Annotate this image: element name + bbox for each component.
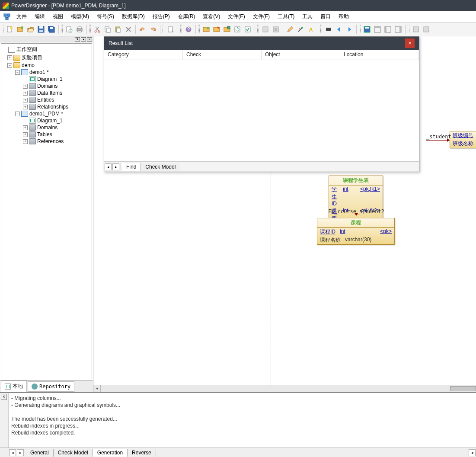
toolbar-grip[interactable] bbox=[198, 25, 200, 34]
toolbar-grip[interactable] bbox=[61, 25, 63, 34]
new-model-icon[interactable] bbox=[16, 25, 25, 34]
left-arrow-icon[interactable] bbox=[334, 25, 344, 34]
save-icon[interactable] bbox=[36, 25, 46, 34]
menu-file2[interactable]: 文件(F) bbox=[224, 12, 248, 21]
collapse-icon[interactable]: − bbox=[7, 63, 12, 68]
nav-first-icon[interactable]: ◂ bbox=[105, 163, 112, 170]
tab-reverse[interactable]: Reverse bbox=[128, 449, 156, 457]
open-icon[interactable] bbox=[26, 25, 35, 34]
collapse-icon[interactable]: − bbox=[15, 70, 20, 75]
layout4-icon[interactable] bbox=[393, 25, 403, 34]
expand-icon[interactable]: + bbox=[23, 84, 28, 89]
tree-item[interactable]: Diagram_1 bbox=[37, 76, 63, 82]
tree-item[interactable]: demo1_PDM * bbox=[29, 111, 63, 117]
col-location[interactable]: Location bbox=[340, 50, 419, 60]
dark-icon[interactable] bbox=[324, 25, 333, 34]
expand-icon[interactable]: + bbox=[23, 91, 28, 96]
menu-view2[interactable]: 查看(V) bbox=[199, 12, 224, 21]
layout3-icon[interactable] bbox=[383, 25, 393, 34]
new-icon[interactable] bbox=[5, 25, 15, 34]
tab-local[interactable]: 本地 bbox=[1, 380, 27, 392]
saveall-icon[interactable] bbox=[47, 25, 56, 34]
nav-first-icon[interactable]: ◂ bbox=[9, 449, 16, 456]
redo-icon[interactable] bbox=[148, 25, 158, 34]
toolbar-grip[interactable] bbox=[359, 25, 361, 34]
menu-tools2[interactable]: 工具 bbox=[299, 12, 316, 21]
magic-icon[interactable] bbox=[296, 25, 305, 34]
tree-item[interactable]: demo bbox=[22, 62, 35, 68]
check-icon[interactable] bbox=[243, 25, 252, 34]
expand-icon[interactable]: + bbox=[23, 98, 28, 102]
tree-item[interactable]: Relationships bbox=[37, 104, 68, 110]
tree-item[interactable]: Domains bbox=[37, 83, 58, 89]
tab-check-model[interactable]: Check Model bbox=[141, 163, 180, 171]
tree-item[interactable]: Tables bbox=[37, 131, 52, 137]
output-text[interactable]: - Migrating columns... - Generating diag… bbox=[9, 393, 476, 447]
menu-view[interactable]: 视图 bbox=[49, 12, 67, 21]
expand-icon[interactable]: + bbox=[23, 139, 28, 144]
menu-model[interactable]: 模型(M) bbox=[67, 12, 93, 21]
tool-c-icon[interactable] bbox=[222, 25, 232, 34]
tool-b-icon[interactable] bbox=[212, 25, 221, 34]
copy-icon[interactable] bbox=[103, 25, 112, 34]
entity-class-partial[interactable]: 班级编号 班级名称 bbox=[450, 131, 476, 148]
gray4-icon[interactable] bbox=[422, 25, 431, 34]
gray1-icon[interactable] bbox=[261, 25, 270, 34]
help-icon[interactable]: ? bbox=[184, 25, 193, 34]
menu-database[interactable]: 数据库(D) bbox=[118, 12, 148, 21]
toolbar-grip[interactable] bbox=[180, 25, 182, 34]
object-tree[interactable]: 工作空间 +实验项目 −demo −demo1 * Diagram_1 +Dom… bbox=[1, 43, 92, 379]
menu-edit[interactable]: 编辑 bbox=[31, 12, 48, 21]
menu-repository[interactable]: 仓库(R) bbox=[174, 12, 199, 21]
scroll-thumb[interactable] bbox=[450, 386, 476, 391]
scroll-left-icon[interactable]: ◂ bbox=[469, 449, 476, 456]
menu-file[interactable]: 文件 bbox=[13, 12, 30, 21]
tab-general[interactable]: General bbox=[26, 449, 54, 457]
toolbar-grip[interactable] bbox=[320, 25, 322, 34]
find-icon[interactable] bbox=[166, 25, 176, 34]
menu-tools[interactable]: 工具(T) bbox=[274, 12, 298, 21]
tree-item[interactable]: Data Items bbox=[37, 90, 62, 96]
expand-icon[interactable]: + bbox=[23, 125, 28, 130]
tree-item[interactable]: demo1 * bbox=[29, 69, 49, 75]
nav-prev-icon[interactable]: ▸ bbox=[112, 163, 119, 170]
sidebar-close-icon[interactable]: × bbox=[87, 37, 92, 42]
result-list-body[interactable] bbox=[104, 60, 419, 161]
tree-item[interactable]: Entities bbox=[37, 97, 54, 103]
tree-workspace[interactable]: 工作空间 bbox=[16, 46, 37, 53]
expand-icon[interactable]: + bbox=[7, 55, 12, 60]
text-icon[interactable]: A bbox=[306, 25, 316, 34]
layout2-icon[interactable] bbox=[373, 25, 382, 34]
tree-item[interactable]: References bbox=[37, 138, 64, 144]
gray2-icon[interactable] bbox=[271, 25, 281, 34]
print-icon[interactable] bbox=[75, 25, 84, 34]
tab-find[interactable]: Find bbox=[122, 163, 141, 171]
undo-icon[interactable] bbox=[138, 25, 147, 34]
toolbar-grip[interactable] bbox=[2, 25, 3, 34]
collapse-icon[interactable]: − bbox=[15, 112, 20, 116]
tab-generation[interactable]: Generation bbox=[93, 449, 128, 457]
scroll-left-icon[interactable]: ◂ bbox=[93, 385, 101, 392]
close-icon[interactable]: × bbox=[405, 38, 415, 48]
nav-prev-icon[interactable]: ▸ bbox=[17, 449, 24, 456]
sidebar-pin-icon[interactable]: ◂ bbox=[81, 37, 86, 42]
toolbar-grip[interactable] bbox=[89, 25, 91, 34]
expand-icon[interactable]: + bbox=[23, 132, 28, 137]
expand-icon[interactable]: + bbox=[23, 105, 28, 109]
paste-icon[interactable] bbox=[113, 25, 123, 34]
layout1-icon[interactable] bbox=[362, 25, 372, 34]
tree-item[interactable]: Domains bbox=[37, 125, 58, 131]
output-close-icon[interactable]: × bbox=[1, 394, 7, 400]
tree-item[interactable]: Diagram_1 bbox=[37, 118, 63, 124]
menu-report[interactable]: 报告(P) bbox=[149, 12, 173, 21]
delete-icon[interactable] bbox=[124, 25, 133, 34]
right-arrow-icon[interactable] bbox=[345, 25, 354, 34]
toolbar-grip[interactable] bbox=[163, 25, 164, 34]
gray3-icon[interactable] bbox=[411, 25, 421, 34]
horizontal-scrollbar[interactable]: ◂ bbox=[93, 385, 476, 392]
diagram-canvas[interactable]: 班级编号 班级名称 _student 课程学生表 学生IDint<pk,fk1>… bbox=[93, 36, 476, 385]
entity-course[interactable]: 课程 课程IDint<pk> 课程名称varchar(30) bbox=[317, 218, 395, 245]
col-object[interactable]: Object bbox=[262, 50, 340, 60]
toolbar-grip[interactable] bbox=[257, 25, 259, 34]
sidebar-dropdown-icon[interactable]: ▾ bbox=[75, 37, 80, 42]
